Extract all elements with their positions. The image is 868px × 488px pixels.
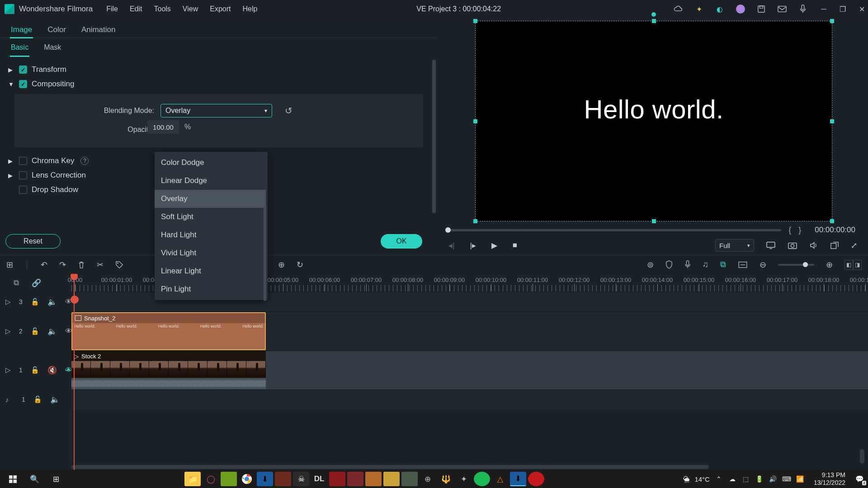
resize-handle[interactable] [473, 119, 477, 123]
cloud-icon[interactable] [674, 5, 683, 14]
voiceover-icon[interactable] [684, 260, 691, 269]
tab-color[interactable]: Color [47, 23, 67, 37]
track-header-v1[interactable]: ▷1 🔓 🔇 👁 [0, 351, 71, 389]
link-icon[interactable]: 🔗 [32, 278, 41, 288]
menu-edit[interactable]: Edit [130, 5, 142, 13]
snapshot-icon[interactable] [788, 241, 797, 249]
clip-stock[interactable]: ▷Stock 2 [71, 351, 266, 378]
clock-icon[interactable]: ↻ [297, 260, 303, 270]
zoom-out-icon[interactable]: ⊖ [760, 260, 766, 270]
transform-checkbox[interactable] [19, 66, 27, 74]
taskbar-app-icon[interactable]: DL [311, 472, 327, 486]
music-icon[interactable]: ♫ [703, 260, 709, 269]
lock-icon[interactable]: 🔓 [33, 395, 42, 404]
taskbar-app-icon[interactable]: ◯ [203, 472, 219, 486]
preview-canvas[interactable]: Hello world. [475, 21, 832, 221]
taskbar-vlc-icon[interactable]: △ [492, 472, 508, 486]
fullscreen-icon[interactable]: ⤢ [851, 241, 857, 250]
display-icon[interactable] [766, 241, 776, 249]
dropdown-scrollbar[interactable] [264, 206, 266, 301]
start-button[interactable] [2, 470, 24, 488]
task-view-button[interactable]: ⊞ [45, 470, 67, 488]
cut-icon[interactable]: ✂ [97, 260, 104, 270]
zoom-in-icon[interactable]: ⊕ [826, 260, 833, 270]
mute-icon[interactable]: 🔈 [47, 297, 57, 307]
mute-icon[interactable]: 🔈 [47, 327, 57, 336]
compositing-checkbox[interactable] [19, 80, 27, 88]
markers-icon[interactable]: ⧉ [720, 260, 726, 269]
tips-icon[interactable]: ✦ [694, 5, 703, 14]
fit-icon[interactable] [738, 261, 748, 268]
preview-quality-select[interactable]: Full▾ [715, 239, 754, 252]
timeline-marker[interactable] [71, 296, 79, 304]
support-icon[interactable]: ◐ [715, 5, 724, 14]
section-transform[interactable]: ▶ Transform [6, 62, 431, 77]
taskbar-app-icon[interactable]: 📁 [184, 472, 201, 486]
taskbar-app-icon[interactable] [401, 472, 418, 486]
volume-icon[interactable] [809, 241, 818, 249]
resize-handle[interactable] [830, 19, 834, 23]
resize-handle[interactable] [473, 19, 477, 23]
popout-icon[interactable] [830, 241, 839, 249]
lock-icon[interactable]: 🔓 [31, 298, 39, 306]
blend-mode-select[interactable]: Overlay ▾ [160, 104, 272, 117]
drop-shadow-checkbox[interactable] [19, 186, 27, 194]
weather-temp[interactable]: 14°C [694, 475, 710, 483]
blend-mode-dropdown[interactable]: Color Dodge Linear Dodge Overlay Soft Li… [155, 152, 268, 300]
blend-option-color-dodge[interactable]: Color Dodge [155, 154, 266, 172]
resize-handle[interactable] [652, 19, 656, 23]
play-icon[interactable]: ▶ [491, 241, 497, 250]
track-lane-v1[interactable]: ▷Stock 2 [71, 351, 868, 389]
mark-in-icon[interactable]: { [788, 225, 791, 235]
mute-icon[interactable]: 🔈 [50, 395, 60, 404]
track-header-a1[interactable]: ♪1 🔓 🔈 [0, 389, 71, 409]
chroma-checkbox[interactable] [19, 157, 27, 165]
taskbar-app-icon[interactable]: ⊕ [420, 472, 436, 486]
tray-onedrive-icon[interactable]: ☁ [728, 475, 737, 483]
taskbar-app-icon[interactable] [221, 472, 237, 486]
taskbar-clock[interactable]: 9:13 PM 13/12/2022 [814, 471, 845, 486]
tray-battery-icon[interactable]: 🔋 [755, 475, 764, 483]
blend-option-overlay[interactable]: Overlay [155, 190, 266, 208]
resize-handle[interactable] [652, 219, 656, 223]
speed-icon[interactable]: ⊕ [278, 260, 285, 270]
menu-export[interactable]: Export [210, 5, 231, 13]
ok-button[interactable]: OK [381, 234, 422, 249]
tag-icon[interactable] [115, 261, 123, 269]
menu-file[interactable]: File [106, 5, 118, 13]
resize-handle[interactable] [830, 119, 834, 123]
mark-out-icon[interactable]: } [798, 225, 801, 235]
timeline-vscroll[interactable] [860, 449, 864, 464]
inspector-scrollbar[interactable] [432, 60, 436, 227]
weather-icon[interactable]: 🌦 [683, 475, 690, 483]
preview-scrubber[interactable] [447, 229, 781, 231]
menu-view[interactable]: View [183, 5, 198, 13]
stop-icon[interactable]: ■ [513, 241, 517, 250]
blend-option-hard-light[interactable]: Hard Light [155, 226, 266, 244]
scrub-handle[interactable] [445, 227, 451, 233]
tab-image[interactable]: Image [10, 23, 33, 38]
search-button[interactable]: 🔍 [24, 470, 45, 488]
lens-checkbox[interactable] [19, 171, 27, 179]
blend-option-vivid-light[interactable]: Vivid Light [155, 244, 266, 262]
rotate-handle[interactable] [651, 12, 656, 17]
resize-handle[interactable] [830, 219, 834, 223]
notifications-button[interactable]: 💬4 [853, 472, 866, 486]
delete-icon[interactable] [78, 261, 85, 269]
resize-handle[interactable] [473, 219, 477, 223]
taskbar-app-icon[interactable] [528, 472, 544, 486]
section-compositing[interactable]: ▼ Compositing [6, 77, 431, 91]
taskbar-spotify-icon[interactable] [474, 472, 490, 486]
help-icon[interactable]: ? [80, 157, 89, 165]
add-icon[interactable]: ⊞ [6, 260, 13, 270]
window-close-icon[interactable]: ✕ [857, 5, 866, 14]
zoom-fit-button[interactable]: ◧◨ [844, 260, 862, 270]
opacity-input[interactable]: 100.00 [147, 120, 179, 134]
window-minimize-icon[interactable]: ─ [819, 5, 828, 14]
mail-icon[interactable] [778, 5, 787, 14]
nest-icon[interactable]: ⧉ [14, 278, 19, 287]
step-back-icon[interactable]: ◂| [448, 241, 454, 250]
taskbar-app-icon[interactable] [275, 472, 291, 486]
lock-icon[interactable]: 🔓 [31, 327, 39, 335]
blend-option-linear-dodge[interactable]: Linear Dodge [155, 172, 266, 190]
